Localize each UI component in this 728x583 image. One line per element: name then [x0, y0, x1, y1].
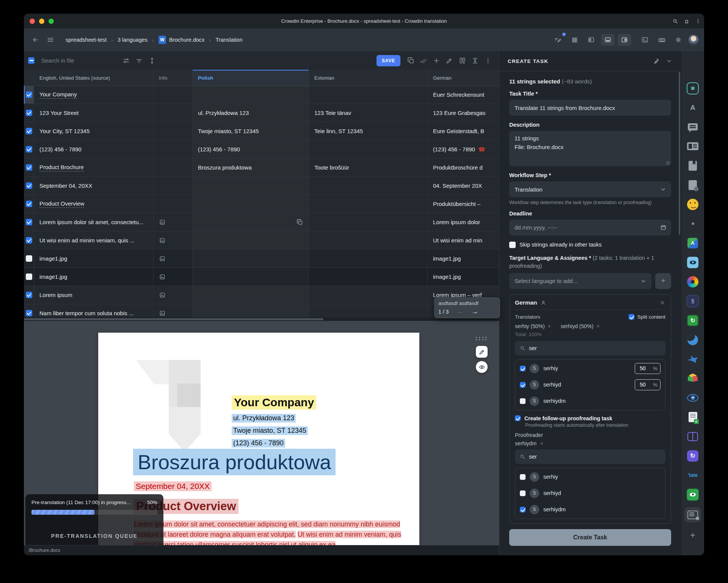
layout-right-button[interactable] [618, 34, 631, 46]
late-app-icon[interactable]: 'late [681, 465, 704, 485]
table-row[interactable]: September 04, 20XX 04. September 20X [24, 177, 499, 195]
option-checkbox[interactable] [520, 366, 526, 371]
column-header-polish[interactable]: Polish [193, 70, 309, 86]
console-button[interactable] [638, 34, 652, 46]
table-row[interactable]: Lorem ipsum dolor sit amet, consectetu..… [24, 213, 499, 231]
add-column-button[interactable] [456, 55, 469, 66]
row-checkbox[interactable] [26, 201, 32, 207]
image-tag-icon[interactable] [159, 237, 166, 244]
minimize-window-button[interactable] [39, 19, 44, 24]
blue-bird-icon[interactable] [681, 349, 704, 369]
row-height-button[interactable] [469, 55, 482, 66]
workflow-steps-button[interactable] [146, 55, 158, 66]
next-page-arrow[interactable]: → [472, 308, 478, 316]
skip-strings-checkbox[interactable] [509, 242, 516, 248]
advanced-filter-button[interactable] [120, 55, 133, 66]
more-options-button[interactable] [482, 55, 494, 66]
eye-app-icon[interactable] [681, 253, 704, 272]
translator-option[interactable]: S serhiy 50% [520, 360, 661, 377]
save-button[interactable]: SAVE [377, 55, 400, 66]
doc-info-icon[interactable] [681, 175, 704, 195]
image-tag-icon[interactable] [159, 292, 166, 299]
row-checkbox[interactable] [26, 91, 32, 98]
table-row[interactable]: Your City, ST 12345 Twoje miasto, ST 123… [24, 122, 499, 140]
comment-icon[interactable] [681, 117, 704, 137]
table-row[interactable]: (123) 456 - 7890 (123) 456 - 7890 (123) … [24, 140, 499, 159]
column-header-estonian[interactable]: Estonian [309, 70, 428, 86]
chevron-down-icon[interactable] [666, 58, 673, 64]
row-checkbox[interactable] [26, 255, 32, 262]
row-checkbox[interactable] [26, 273, 32, 280]
translator-app-icon[interactable]: A [681, 233, 704, 253]
smiley-icon[interactable] [681, 195, 704, 214]
create-task-button[interactable]: Create Task [509, 529, 671, 546]
calendar-icon[interactable] [660, 224, 667, 231]
proofreader-option[interactable]: S serhiydm [520, 501, 661, 518]
purple-columns-icon[interactable] [681, 427, 704, 446]
close-icon[interactable] [659, 300, 665, 306]
image-tag-icon[interactable] [159, 310, 166, 317]
layout-bottom-button[interactable] [601, 34, 615, 46]
description-textarea[interactable]: 11 strings File: Brochure.docx [509, 131, 671, 166]
column-header-german[interactable]: German [428, 70, 493, 86]
breadcrumb-languages[interactable]: 3 languages [118, 37, 147, 43]
row-checkbox[interactable] [26, 146, 32, 152]
proofreader-option[interactable]: S serhiyd [520, 485, 661, 501]
breadcrumb-step[interactable]: Translation [216, 37, 243, 43]
row-checkbox[interactable] [26, 110, 32, 116]
deadline-input[interactable]: dd.mm.yyyy, --:-- [509, 220, 671, 236]
color-wheel-icon[interactable] [681, 272, 704, 291]
filter-button[interactable] [133, 55, 146, 66]
add-string-button[interactable] [430, 55, 443, 66]
preview-eye-button[interactable] [476, 361, 488, 373]
pages-icon[interactable] [681, 156, 704, 175]
add-extension-icon[interactable]: + [681, 525, 704, 545]
translate-icon[interactable]: A [681, 98, 704, 117]
remove-chip-icon[interactable]: × [596, 323, 599, 329]
task-title-input[interactable]: Translate 11 strings from Brochure.docx [509, 100, 671, 116]
back-button[interactable] [28, 34, 42, 46]
green-eye-icon[interactable] [681, 485, 704, 504]
table-row[interactable]: 123 Your Street ul. Przykładowa 123 123 … [24, 104, 499, 122]
extensions-puzzle-icon[interactable] [684, 18, 690, 24]
column-header-info[interactable]: Info [154, 70, 193, 86]
table-row[interactable]: image1.jpg image1.jpg [24, 250, 499, 268]
queue-label[interactable]: PRE-TRANSLATION QUEUE [25, 533, 163, 539]
approve-all-button[interactable] [417, 55, 430, 66]
table-row[interactable]: Your Company Euer Schreckensunt [24, 86, 499, 104]
copy-source-cell-button[interactable] [296, 218, 303, 226]
image-tag-icon[interactable] [159, 255, 166, 262]
translator-option[interactable]: S serhiyd 50% [520, 377, 661, 393]
search-input[interactable]: Search in file [41, 57, 74, 64]
row-checkbox[interactable] [26, 219, 32, 225]
section-app-icon[interactable]: § [681, 291, 704, 311]
row-checkbox[interactable] [26, 292, 32, 298]
pre-translation-button[interactable] [551, 34, 565, 46]
pin-icon[interactable] [653, 58, 660, 64]
ai-sparkle-icon[interactable]: ∗ [681, 79, 704, 98]
settings-button[interactable] [672, 34, 685, 46]
table-row[interactable]: Product Brochure Broszura produktowa Too… [24, 159, 499, 177]
green-sync-icon[interactable]: ↻ [681, 311, 704, 330]
image-tag-icon[interactable] [159, 219, 166, 226]
percent-input[interactable]: 50% [635, 363, 661, 374]
option-checkbox[interactable] [520, 507, 526, 512]
breadcrumb-project[interactable]: spreadsheet-test [66, 37, 107, 43]
pre-translation-notification[interactable]: Pre-translation (11 Dec 17:00) in progre… [25, 494, 163, 545]
option-checkbox[interactable] [520, 474, 526, 480]
user-avatar[interactable] [688, 35, 699, 45]
eye-play-icon[interactable] [681, 388, 704, 407]
breadcrumb-file[interactable]: Brochure.docx [169, 37, 205, 43]
select-all-checkbox[interactable] [28, 57, 35, 64]
grid-view-button[interactable] [568, 34, 581, 46]
option-checkbox[interactable] [520, 490, 526, 496]
edit-button[interactable] [443, 55, 456, 66]
table-row[interactable]: Product Overview Produktübersicht – [24, 195, 499, 213]
image-tag-icon[interactable] [159, 273, 166, 280]
zoom-window-button[interactable] [49, 19, 54, 24]
purple-refresh-icon[interactable]: ↻ [681, 446, 704, 465]
table-row[interactable]: Ut wisi enim ad minim veniam, quis ... U… [24, 231, 499, 250]
workflow-step-select[interactable]: Translation [509, 181, 671, 197]
notes-active-icon[interactable] [681, 504, 704, 525]
color-cube-icon[interactable] [681, 369, 704, 388]
